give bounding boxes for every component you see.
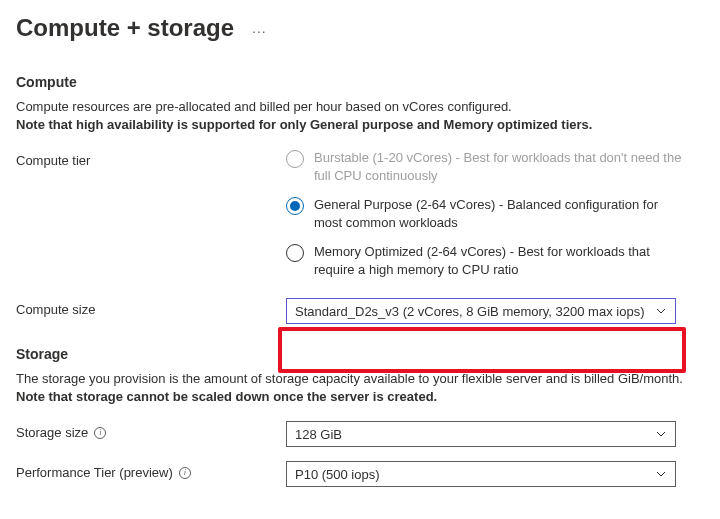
tier-label-memory: Memory Optimized (2-64 vCores) - Best fo… [314,243,686,278]
compute-size-label: Compute size [16,298,286,317]
compute-desc-text: Compute resources are pre-allocated and … [16,99,512,114]
radio-icon [286,150,304,168]
tier-label-burstable: Burstable (1-20 vCores) - Best for workl… [314,149,686,184]
compute-heading: Compute [16,74,704,90]
info-icon[interactable]: i [94,427,106,439]
chevron-down-icon [655,428,667,440]
compute-size-dropdown[interactable]: Standard_D2s_v3 (2 vCores, 8 GiB memory,… [286,298,676,324]
chevron-down-icon [655,468,667,480]
compute-description: Compute resources are pre-allocated and … [16,98,704,133]
storage-description: The storage you provision is the amount … [16,370,704,405]
storage-size-label: Storage size [16,425,88,440]
radio-icon [286,244,304,262]
storage-size-dropdown[interactable]: 128 GiB [286,421,676,447]
tier-option-general[interactable]: General Purpose (2-64 vCores) - Balanced… [286,196,686,231]
compute-size-value: Standard_D2s_v3 (2 vCores, 8 GiB memory,… [295,304,644,319]
storage-desc-text: The storage you provision is the amount … [16,371,683,386]
compute-note: Note that high availability is supported… [16,116,704,134]
performance-tier-value: P10 (500 iops) [295,467,380,482]
page-title: Compute + storage [16,14,234,42]
storage-heading: Storage [16,346,704,362]
storage-note: Note that storage cannot be scaled down … [16,388,704,406]
radio-icon [286,197,304,215]
tier-option-burstable: Burstable (1-20 vCores) - Best for workl… [286,149,686,184]
performance-tier-dropdown[interactable]: P10 (500 iops) [286,461,676,487]
tier-option-memory[interactable]: Memory Optimized (2-64 vCores) - Best fo… [286,243,686,278]
info-icon[interactable]: i [179,467,191,479]
tier-label-general: General Purpose (2-64 vCores) - Balanced… [314,196,686,231]
performance-tier-label: Performance Tier (preview) [16,465,173,480]
storage-size-value: 128 GiB [295,427,342,442]
chevron-down-icon [655,305,667,317]
compute-tier-label: Compute tier [16,149,286,168]
more-icon[interactable]: ··· [252,18,267,38]
